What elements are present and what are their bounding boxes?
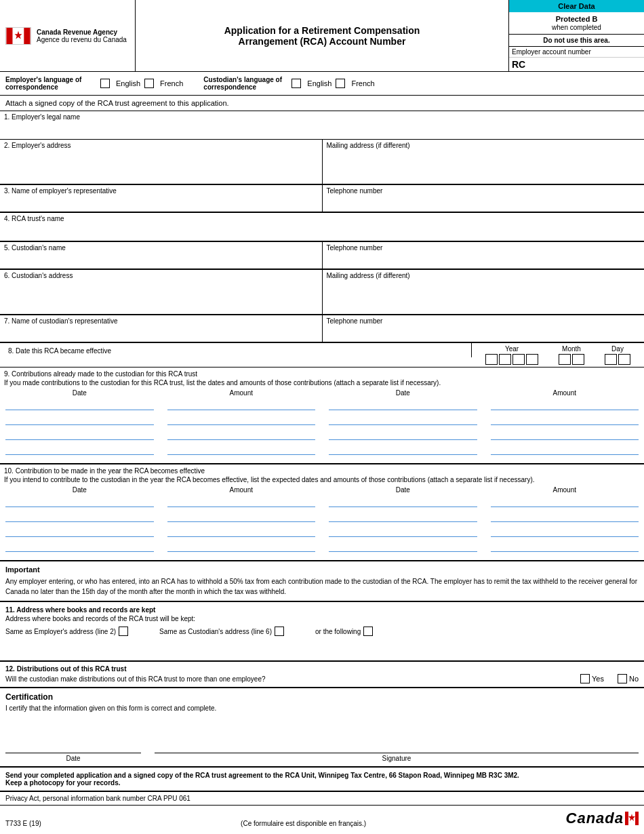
field10-rdate4[interactable] <box>329 541 477 552</box>
field9-rdate3[interactable] <box>329 429 477 440</box>
field9-amount4[interactable] <box>167 444 316 455</box>
day-box2[interactable] <box>618 354 630 365</box>
header: Canada Revenue Agency Agence du revenu d… <box>0 0 644 72</box>
field12-no-checkbox[interactable] <box>618 674 627 683</box>
footer-instructions: Send your completed application and a si… <box>0 767 644 791</box>
field11-option2-checkbox[interactable] <box>275 627 284 636</box>
field6-right-input[interactable] <box>323 280 645 314</box>
cert-title: Certification <box>5 692 639 702</box>
year-box2[interactable] <box>499 354 511 365</box>
field11-section: 11. Address where books and records are … <box>0 601 644 661</box>
field9-section: 9. Contributions already made to the cus… <box>0 368 644 464</box>
field11-option1-checkbox[interactable] <box>119 627 128 636</box>
field10-ramount1[interactable] <box>491 496 639 507</box>
field9-right-row4 <box>329 444 639 455</box>
field9-ramount4[interactable] <box>491 444 639 455</box>
footer-send-text: Send your completed application and a si… <box>5 772 639 779</box>
field11-option3-checkbox[interactable] <box>363 627 373 636</box>
field1-input[interactable] <box>0 121 644 139</box>
field3-right-input[interactable] <box>323 195 645 212</box>
field9-rdate4[interactable] <box>329 444 477 455</box>
field5-right-label: Telephone number <box>323 242 645 252</box>
employer-french-checkbox[interactable] <box>144 79 154 88</box>
field9-date3[interactable] <box>5 429 154 440</box>
field9-ramount3[interactable] <box>491 429 639 440</box>
field9-amount-header-r: Amount <box>491 389 639 397</box>
field5-left-label: 5. Custodian's name <box>0 242 322 252</box>
day-boxes[interactable] <box>605 354 630 365</box>
agency-fr: Agence du revenu du Canada <box>37 36 127 43</box>
field9-title: 9. Contributions already made to the cus… <box>0 368 644 379</box>
field11-address-input[interactable] <box>5 636 639 656</box>
field11-option1-label: Same as Employer's address (line 2) <box>5 628 116 635</box>
field10-amount3[interactable] <box>167 526 316 537</box>
field7-right-input[interactable] <box>323 325 645 342</box>
field10-ramount2[interactable] <box>491 511 639 522</box>
field9-table: Date Amount <box>0 389 644 463</box>
field10-date4[interactable] <box>5 541 154 552</box>
field10-left-row2 <box>5 511 315 522</box>
field10-amount2[interactable] <box>167 511 316 522</box>
field9-ramount2[interactable] <box>491 414 639 425</box>
field5-left-input[interactable] <box>0 252 322 269</box>
field10-date2[interactable] <box>5 511 154 522</box>
field9-ramount1[interactable] <box>491 399 639 410</box>
field9-rdate2[interactable] <box>329 414 477 425</box>
field9-date1[interactable] <box>5 399 154 410</box>
field9-rdate1[interactable] <box>329 399 477 410</box>
footer-keep-text: Keep a photocopy for your records. <box>5 779 639 787</box>
field10-left-pair: Date Amount <box>5 486 315 556</box>
year-box1[interactable] <box>485 354 498 365</box>
field10-right-pair: Date Amount <box>329 486 639 556</box>
field10-rdate2[interactable] <box>329 511 477 522</box>
form-number: T733 E (19) <box>5 820 41 827</box>
month-box1[interactable] <box>559 354 571 365</box>
clear-data-button[interactable]: Clear Data <box>509 0 644 12</box>
field9-right-row1 <box>329 399 639 410</box>
canada-flag-icon <box>5 27 31 45</box>
field10-amount1[interactable] <box>167 496 316 507</box>
svg-rect-2 <box>24 28 30 44</box>
field10-date1[interactable] <box>5 496 154 507</box>
field9-date2[interactable] <box>5 414 154 425</box>
day-box1[interactable] <box>605 354 617 365</box>
field10-ramount3[interactable] <box>491 526 639 537</box>
certification-section: Certification I certify that the informa… <box>0 688 644 767</box>
field9-amount2[interactable] <box>167 414 316 425</box>
agency-en: Canada Revenue Agency <box>37 28 127 36</box>
year-boxes[interactable] <box>485 354 538 365</box>
field8-section: 8. Date this RCA became effective Year M… <box>0 342 644 368</box>
year-box3[interactable] <box>512 354 525 365</box>
field9-amount1[interactable] <box>167 399 316 410</box>
field10-amount-header: Amount <box>167 486 316 494</box>
field9-amount3[interactable] <box>167 429 316 440</box>
field2-right-input[interactable] <box>323 150 645 184</box>
field3-left-input[interactable] <box>0 195 322 212</box>
year-box4[interactable] <box>526 354 538 365</box>
employer-english-label: English <box>116 79 140 87</box>
field4-input[interactable] <box>0 223 644 241</box>
field6-left-input[interactable] <box>0 280 322 314</box>
field10-date3[interactable] <box>5 526 154 537</box>
canada-text: Canada <box>566 810 624 827</box>
field10-date-header-r: Date <box>329 486 477 494</box>
month-boxes[interactable] <box>559 354 584 365</box>
field1-label: 1. Employer's legal name <box>0 111 644 121</box>
custodian-french-checkbox[interactable] <box>336 79 345 88</box>
field9-date4[interactable] <box>5 444 154 455</box>
field12-yes-checkbox[interactable] <box>580 674 590 683</box>
field10-rdate3[interactable] <box>329 526 477 537</box>
field4-section: 4. RCA trust's name <box>0 212 644 241</box>
custodian-english-checkbox[interactable] <box>291 79 301 88</box>
employer-english-checkbox[interactable] <box>100 79 110 88</box>
field10-rdate1[interactable] <box>329 496 477 507</box>
field2-left-input[interactable] <box>0 150 322 184</box>
field5-right-input[interactable] <box>323 252 645 269</box>
field7-left-input[interactable] <box>0 325 322 342</box>
field10-right-headers: Date Amount <box>329 486 639 494</box>
field9-date-header: Date <box>5 389 154 397</box>
field8-date-area: Year Month Day <box>472 343 644 367</box>
month-box2[interactable] <box>572 354 584 365</box>
field10-amount4[interactable] <box>167 541 316 552</box>
field10-ramount4[interactable] <box>491 541 639 552</box>
